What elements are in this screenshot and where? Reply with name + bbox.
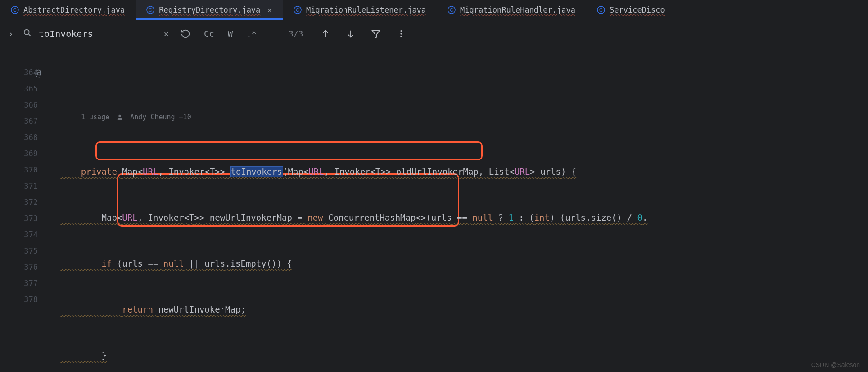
svg-text:C: C — [149, 7, 152, 13]
svg-point-18 — [119, 115, 121, 117]
clear-icon[interactable]: ✕ — [162, 29, 171, 38]
line-number: 377 — [0, 275, 54, 291]
tab-abstract-directory[interactable]: C AbstractDirectory.java — [0, 0, 136, 20]
match-count: 3/3 — [282, 29, 310, 38]
search-highlight: toInvokers — [231, 167, 283, 177]
person-icon — [117, 114, 123, 120]
svg-text:C: C — [296, 7, 299, 13]
prev-match-button[interactable] — [316, 29, 335, 39]
tab-label: ServiceDisco — [610, 5, 665, 14]
line-number: 364 — [0, 64, 54, 81]
code-line: Map<URL, Invoker<T>> newUrlInvokerMap = … — [54, 209, 868, 226]
editor-tabs: C AbstractDirectory.java C RegistryDirec… — [0, 0, 868, 20]
java-class-icon: C — [294, 6, 302, 14]
code-line: private Map<URL, Invoker<T>> toInvokers(… — [54, 163, 868, 180]
annotation-box-1 — [95, 141, 483, 160]
search-icon — [23, 28, 32, 40]
java-class-icon: C — [146, 6, 154, 14]
svg-text:C: C — [13, 7, 17, 13]
svg-marker-14 — [372, 30, 380, 38]
separator — [271, 26, 271, 42]
line-number: 376 — [0, 259, 54, 275]
line-number: 366 — [0, 97, 54, 113]
svg-point-10 — [24, 29, 29, 34]
line-number: 368 — [0, 129, 54, 145]
svg-point-15 — [400, 30, 402, 31]
tab-label: MigrationRuleHandler.java — [460, 5, 575, 14]
svg-text:C: C — [450, 7, 453, 13]
editor-pane[interactable]: @ 364 365 366 367 368 369 370 371 372 37… — [0, 47, 868, 372]
tab-label: RegistryDirectory.java — [159, 5, 260, 14]
code-line: } — [54, 347, 868, 363]
tab-registry-directory[interactable]: C RegistryDirectory.java ✕ — [136, 0, 283, 20]
author-inlay[interactable]: Andy Cheung +10 — [130, 110, 191, 124]
line-number: 372 — [0, 194, 54, 210]
line-number: 367 — [0, 113, 54, 129]
line-number: 378 — [0, 291, 54, 308]
regex-toggle[interactable]: .* — [243, 27, 260, 41]
close-icon[interactable]: ✕ — [267, 6, 272, 14]
java-class-icon: C — [597, 6, 605, 14]
line-number: 374 — [0, 227, 54, 243]
svg-point-17 — [400, 36, 402, 37]
tab-migration-rule-listener[interactable]: C MigrationRuleListener.java — [283, 0, 437, 20]
svg-point-16 — [400, 33, 402, 34]
java-class-icon: C — [11, 6, 19, 14]
chevron-right-icon[interactable]: › — [5, 28, 16, 39]
tab-label: MigrationRuleListener.java — [306, 5, 426, 14]
next-match-button[interactable] — [341, 29, 360, 39]
svg-text:C: C — [599, 7, 603, 13]
line-number: 370 — [0, 162, 54, 178]
tab-service-discovery[interactable]: C ServiceDisco — [586, 0, 676, 20]
code-line: return newUrlInvokerMap; — [54, 301, 868, 318]
code-area[interactable]: 1 usage Andy Cheung +10 private Map<URL,… — [54, 47, 868, 372]
find-input[interactable] — [39, 28, 156, 39]
gutter: @ 364 365 366 367 368 369 370 371 372 37… — [0, 47, 54, 372]
line-number: 365 — [0, 81, 54, 97]
java-class-icon: C — [448, 6, 456, 14]
code-line: if (urls == null || urls.isEmpty()) { — [54, 255, 868, 272]
find-bar: › ✕ Cc W .* 3/3 — [0, 20, 868, 47]
line-number: 371 — [0, 178, 54, 194]
line-number: 373 — [0, 210, 54, 227]
svg-line-11 — [29, 34, 31, 36]
more-options-icon[interactable] — [392, 29, 411, 39]
line-number: 369 — [0, 145, 54, 162]
tab-migration-rule-handler[interactable]: C MigrationRuleHandler.java — [437, 0, 586, 20]
tab-label: AbstractDirectory.java — [23, 5, 125, 14]
previous-searches-icon[interactable] — [177, 27, 194, 41]
whole-words-toggle[interactable]: W — [224, 27, 236, 41]
match-case-toggle[interactable]: Cc — [200, 27, 218, 41]
inlay-authors: 1 usage Andy Cheung +10 — [54, 110, 868, 124]
watermark: CSDN @Saleson — [811, 361, 860, 368]
line-number: 375 — [0, 243, 54, 259]
usages-inlay[interactable]: 1 usage — [81, 110, 109, 124]
filter-icon[interactable] — [366, 29, 385, 39]
